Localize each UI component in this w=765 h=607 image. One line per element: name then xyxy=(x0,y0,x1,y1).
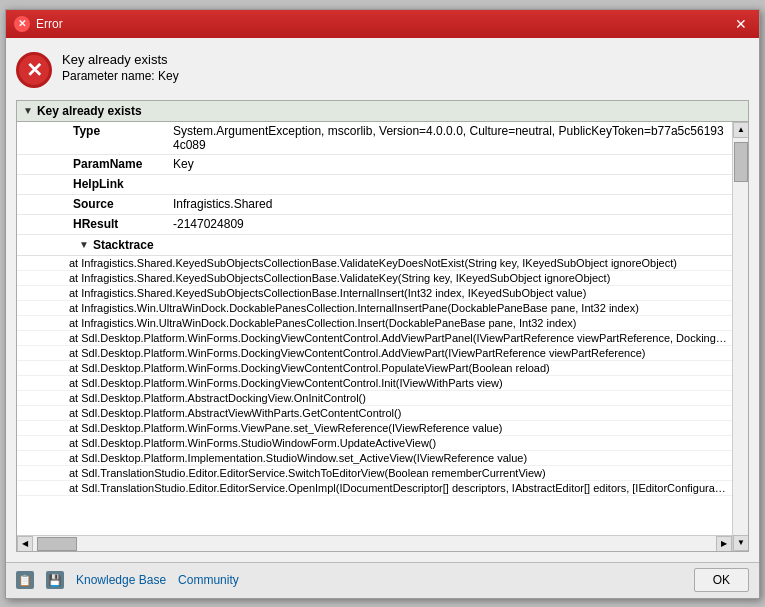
stacktrace-item: at Sdl.Desktop.Platform.WinForms.Docking… xyxy=(17,331,732,346)
scroll-right-btn[interactable]: ▶ xyxy=(716,536,732,551)
stacktrace-header[interactable]: ▼ Stacktrace xyxy=(17,235,732,256)
helplink-key: HelpLink xyxy=(69,175,169,193)
footer: 📋 💾 Knowledge Base Community OK xyxy=(6,562,759,598)
property-hresult-row: HResult -2147024809 xyxy=(17,215,732,235)
paramname-value: Key xyxy=(169,155,732,173)
stacktrace-item: at Infragistics.Shared.KeyedSubObjectsCo… xyxy=(17,286,732,301)
v-scroll-thumb[interactable] xyxy=(734,142,748,182)
error-x-symbol: ✕ xyxy=(26,60,43,80)
type-value: System.ArgumentException, mscorlib, Vers… xyxy=(169,122,732,154)
vertical-scrollbar[interactable]: ▲ ▼ xyxy=(732,122,748,551)
horizontal-scrollbar[interactable]: ◀ ▶ xyxy=(17,535,732,551)
stacktrace-item: at Infragistics.Win.UltraWinDock.Dockabl… xyxy=(17,301,732,316)
stacktrace-label: Stacktrace xyxy=(93,238,154,252)
collapse-icon[interactable]: ▼ xyxy=(23,105,33,116)
stacktrace-item: at Sdl.TranslationStudio.Editor.EditorSe… xyxy=(17,481,732,496)
community-link[interactable]: Community xyxy=(178,573,239,587)
titlebar: ✕ Error ✕ xyxy=(6,10,759,38)
error-title: Key already exists xyxy=(62,52,179,67)
scroll-down-btn[interactable]: ▼ xyxy=(733,535,748,551)
error-param: Parameter name: Key xyxy=(62,69,179,83)
error-text: Key already exists Parameter name: Key xyxy=(62,52,179,83)
stacktrace-item: at Sdl.Desktop.Platform.WinForms.StudioW… xyxy=(17,436,732,451)
stacktrace-item: at Sdl.Desktop.Platform.AbstractViewWith… xyxy=(17,406,732,421)
stacktrace-list: at Infragistics.Shared.KeyedSubObjectsCo… xyxy=(17,256,732,496)
stacktrace-item: at Sdl.TranslationStudio.Editor.EditorSe… xyxy=(17,466,732,481)
tree-root-node[interactable]: ▼ Key already exists xyxy=(17,101,748,122)
stacktrace-item: at Infragistics.Win.UltraWinDock.Dockabl… xyxy=(17,316,732,331)
titlebar-title: Error xyxy=(36,17,63,31)
scroll-up-btn[interactable]: ▲ xyxy=(733,122,748,138)
close-button[interactable]: ✕ xyxy=(731,14,751,34)
scroll-left-btn[interactable]: ◀ xyxy=(17,536,33,551)
stacktrace-item: at Sdl.Desktop.Platform.WinForms.Docking… xyxy=(17,361,732,376)
titlebar-error-icon: ✕ xyxy=(14,16,30,32)
source-key: Source xyxy=(69,195,169,213)
save-icon[interactable]: 💾 xyxy=(46,571,64,589)
property-helplink-row: HelpLink xyxy=(17,175,732,195)
stacktrace-item: at Infragistics.Shared.KeyedSubObjectsCo… xyxy=(17,256,732,271)
type-key: Type xyxy=(69,122,169,140)
tree-root-label: Key already exists xyxy=(37,104,142,118)
stacktrace-item: at Sdl.Desktop.Platform.Implementation.S… xyxy=(17,451,732,466)
helplink-value xyxy=(169,175,732,179)
stacktrace-expand-icon[interactable]: ▼ xyxy=(79,239,89,250)
source-value: Infragistics.Shared xyxy=(169,195,732,213)
knowledge-base-link[interactable]: Knowledge Base xyxy=(76,573,166,587)
error-header: ✕ Key already exists Parameter name: Key xyxy=(16,48,749,92)
hresult-key: HResult xyxy=(69,215,169,233)
property-paramname-row: ParamName Key xyxy=(17,155,732,175)
stacktrace-item: at Infragistics.Shared.KeyedSubObjectsCo… xyxy=(17,271,732,286)
content-area: ✕ Key already exists Parameter name: Key… xyxy=(6,38,759,562)
stacktrace-item: at Sdl.Desktop.Platform.WinForms.Docking… xyxy=(17,346,732,361)
tree-inner: Type System.ArgumentException, mscorlib,… xyxy=(17,122,732,535)
titlebar-left: ✕ Error xyxy=(14,16,63,32)
stacktrace-item: at Sdl.Desktop.Platform.AbstractDockingV… xyxy=(17,391,732,406)
stacktrace-item: at Sdl.Desktop.Platform.WinForms.ViewPan… xyxy=(17,421,732,436)
property-source-row: Source Infragistics.Shared xyxy=(17,195,732,215)
h-scroll-track[interactable] xyxy=(33,536,716,551)
paramname-key: ParamName xyxy=(69,155,169,173)
v-scroll-track[interactable] xyxy=(733,138,748,535)
error-dialog: ✕ Error ✕ ✕ Key already exists Parameter… xyxy=(5,9,760,599)
clipboard-icon[interactable]: 📋 xyxy=(16,571,34,589)
tree-panel: ▼ Key already exists Type System.Argumen… xyxy=(16,100,749,552)
footer-links: 📋 💾 Knowledge Base Community xyxy=(16,571,239,589)
hresult-value: -2147024809 xyxy=(169,215,732,233)
ok-button[interactable]: OK xyxy=(694,568,749,592)
stacktrace-item: at Sdl.Desktop.Platform.WinForms.Docking… xyxy=(17,376,732,391)
error-icon: ✕ xyxy=(16,52,52,88)
property-type-row: Type System.ArgumentException, mscorlib,… xyxy=(17,122,732,155)
h-scroll-thumb[interactable] xyxy=(37,537,77,551)
